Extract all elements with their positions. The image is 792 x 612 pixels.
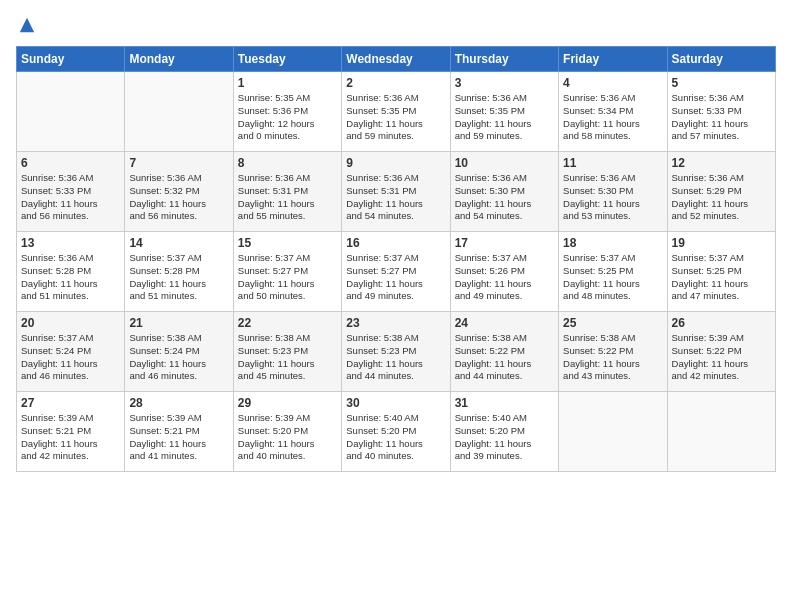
day-info: Sunrise: 5:39 AM Sunset: 5:22 PM Dayligh… (672, 332, 771, 383)
day-info: Sunrise: 5:37 AM Sunset: 5:25 PM Dayligh… (672, 252, 771, 303)
day-info: Sunrise: 5:36 AM Sunset: 5:33 PM Dayligh… (672, 92, 771, 143)
day-info: Sunrise: 5:39 AM Sunset: 5:20 PM Dayligh… (238, 412, 337, 463)
day-info: Sunrise: 5:36 AM Sunset: 5:35 PM Dayligh… (455, 92, 554, 143)
calendar-cell: 13Sunrise: 5:36 AM Sunset: 5:28 PM Dayli… (17, 232, 125, 312)
calendar-cell: 7Sunrise: 5:36 AM Sunset: 5:32 PM Daylig… (125, 152, 233, 232)
day-number: 28 (129, 396, 228, 410)
weekday-header-monday: Monday (125, 47, 233, 72)
day-info: Sunrise: 5:37 AM Sunset: 5:27 PM Dayligh… (238, 252, 337, 303)
day-info: Sunrise: 5:36 AM Sunset: 5:31 PM Dayligh… (346, 172, 445, 223)
day-info: Sunrise: 5:36 AM Sunset: 5:30 PM Dayligh… (563, 172, 662, 223)
day-number: 1 (238, 76, 337, 90)
day-number: 25 (563, 316, 662, 330)
logo-icon (18, 16, 36, 34)
day-info: Sunrise: 5:39 AM Sunset: 5:21 PM Dayligh… (21, 412, 120, 463)
day-info: Sunrise: 5:38 AM Sunset: 5:23 PM Dayligh… (346, 332, 445, 383)
day-number: 24 (455, 316, 554, 330)
day-number: 5 (672, 76, 771, 90)
day-number: 29 (238, 396, 337, 410)
day-info: Sunrise: 5:36 AM Sunset: 5:34 PM Dayligh… (563, 92, 662, 143)
week-row-1: 1Sunrise: 5:35 AM Sunset: 5:36 PM Daylig… (17, 72, 776, 152)
day-number: 16 (346, 236, 445, 250)
week-row-4: 20Sunrise: 5:37 AM Sunset: 5:24 PM Dayli… (17, 312, 776, 392)
calendar-cell: 27Sunrise: 5:39 AM Sunset: 5:21 PM Dayli… (17, 392, 125, 472)
svg-marker-0 (20, 18, 34, 32)
calendar-cell: 6Sunrise: 5:36 AM Sunset: 5:33 PM Daylig… (17, 152, 125, 232)
calendar-cell: 4Sunrise: 5:36 AM Sunset: 5:34 PM Daylig… (559, 72, 667, 152)
day-info: Sunrise: 5:35 AM Sunset: 5:36 PM Dayligh… (238, 92, 337, 143)
day-info: Sunrise: 5:36 AM Sunset: 5:33 PM Dayligh… (21, 172, 120, 223)
calendar-cell: 1Sunrise: 5:35 AM Sunset: 5:36 PM Daylig… (233, 72, 341, 152)
calendar-cell: 30Sunrise: 5:40 AM Sunset: 5:20 PM Dayli… (342, 392, 450, 472)
day-info: Sunrise: 5:38 AM Sunset: 5:24 PM Dayligh… (129, 332, 228, 383)
weekday-header-friday: Friday (559, 47, 667, 72)
day-info: Sunrise: 5:36 AM Sunset: 5:35 PM Dayligh… (346, 92, 445, 143)
day-number: 14 (129, 236, 228, 250)
day-number: 3 (455, 76, 554, 90)
calendar-cell (125, 72, 233, 152)
logo (16, 16, 36, 34)
week-row-5: 27Sunrise: 5:39 AM Sunset: 5:21 PM Dayli… (17, 392, 776, 472)
calendar-cell: 14Sunrise: 5:37 AM Sunset: 5:28 PM Dayli… (125, 232, 233, 312)
day-number: 17 (455, 236, 554, 250)
calendar-table: SundayMondayTuesdayWednesdayThursdayFrid… (16, 46, 776, 472)
day-info: Sunrise: 5:40 AM Sunset: 5:20 PM Dayligh… (455, 412, 554, 463)
day-info: Sunrise: 5:37 AM Sunset: 5:25 PM Dayligh… (563, 252, 662, 303)
calendar-cell: 9Sunrise: 5:36 AM Sunset: 5:31 PM Daylig… (342, 152, 450, 232)
calendar-cell (559, 392, 667, 472)
day-number: 9 (346, 156, 445, 170)
day-number: 26 (672, 316, 771, 330)
day-info: Sunrise: 5:40 AM Sunset: 5:20 PM Dayligh… (346, 412, 445, 463)
day-number: 2 (346, 76, 445, 90)
weekday-header-wednesday: Wednesday (342, 47, 450, 72)
calendar-cell: 21Sunrise: 5:38 AM Sunset: 5:24 PM Dayli… (125, 312, 233, 392)
week-row-2: 6Sunrise: 5:36 AM Sunset: 5:33 PM Daylig… (17, 152, 776, 232)
calendar-cell (667, 392, 775, 472)
day-number: 22 (238, 316, 337, 330)
weekday-header-sunday: Sunday (17, 47, 125, 72)
day-number: 11 (563, 156, 662, 170)
calendar-cell: 19Sunrise: 5:37 AM Sunset: 5:25 PM Dayli… (667, 232, 775, 312)
day-info: Sunrise: 5:36 AM Sunset: 5:30 PM Dayligh… (455, 172, 554, 223)
calendar-cell: 29Sunrise: 5:39 AM Sunset: 5:20 PM Dayli… (233, 392, 341, 472)
day-number: 6 (21, 156, 120, 170)
day-number: 10 (455, 156, 554, 170)
day-number: 15 (238, 236, 337, 250)
calendar-cell: 2Sunrise: 5:36 AM Sunset: 5:35 PM Daylig… (342, 72, 450, 152)
week-row-3: 13Sunrise: 5:36 AM Sunset: 5:28 PM Dayli… (17, 232, 776, 312)
calendar-cell: 5Sunrise: 5:36 AM Sunset: 5:33 PM Daylig… (667, 72, 775, 152)
calendar-cell (17, 72, 125, 152)
calendar-cell: 20Sunrise: 5:37 AM Sunset: 5:24 PM Dayli… (17, 312, 125, 392)
calendar-cell: 11Sunrise: 5:36 AM Sunset: 5:30 PM Dayli… (559, 152, 667, 232)
calendar-cell: 23Sunrise: 5:38 AM Sunset: 5:23 PM Dayli… (342, 312, 450, 392)
day-number: 23 (346, 316, 445, 330)
day-number: 21 (129, 316, 228, 330)
calendar-cell: 22Sunrise: 5:38 AM Sunset: 5:23 PM Dayli… (233, 312, 341, 392)
weekday-header-thursday: Thursday (450, 47, 558, 72)
day-number: 12 (672, 156, 771, 170)
day-number: 20 (21, 316, 120, 330)
page-header (16, 16, 776, 34)
day-info: Sunrise: 5:37 AM Sunset: 5:27 PM Dayligh… (346, 252, 445, 303)
calendar-cell: 17Sunrise: 5:37 AM Sunset: 5:26 PM Dayli… (450, 232, 558, 312)
calendar-cell: 26Sunrise: 5:39 AM Sunset: 5:22 PM Dayli… (667, 312, 775, 392)
day-info: Sunrise: 5:38 AM Sunset: 5:22 PM Dayligh… (455, 332, 554, 383)
day-info: Sunrise: 5:37 AM Sunset: 5:28 PM Dayligh… (129, 252, 228, 303)
calendar-cell: 28Sunrise: 5:39 AM Sunset: 5:21 PM Dayli… (125, 392, 233, 472)
calendar-cell: 25Sunrise: 5:38 AM Sunset: 5:22 PM Dayli… (559, 312, 667, 392)
calendar-cell: 8Sunrise: 5:36 AM Sunset: 5:31 PM Daylig… (233, 152, 341, 232)
day-info: Sunrise: 5:36 AM Sunset: 5:32 PM Dayligh… (129, 172, 228, 223)
weekday-header-saturday: Saturday (667, 47, 775, 72)
calendar-cell: 31Sunrise: 5:40 AM Sunset: 5:20 PM Dayli… (450, 392, 558, 472)
day-info: Sunrise: 5:37 AM Sunset: 5:26 PM Dayligh… (455, 252, 554, 303)
day-info: Sunrise: 5:36 AM Sunset: 5:28 PM Dayligh… (21, 252, 120, 303)
calendar-cell: 24Sunrise: 5:38 AM Sunset: 5:22 PM Dayli… (450, 312, 558, 392)
header-row: SundayMondayTuesdayWednesdayThursdayFrid… (17, 47, 776, 72)
day-number: 13 (21, 236, 120, 250)
day-info: Sunrise: 5:38 AM Sunset: 5:23 PM Dayligh… (238, 332, 337, 383)
calendar-cell: 3Sunrise: 5:36 AM Sunset: 5:35 PM Daylig… (450, 72, 558, 152)
day-info: Sunrise: 5:39 AM Sunset: 5:21 PM Dayligh… (129, 412, 228, 463)
day-info: Sunrise: 5:37 AM Sunset: 5:24 PM Dayligh… (21, 332, 120, 383)
calendar-cell: 15Sunrise: 5:37 AM Sunset: 5:27 PM Dayli… (233, 232, 341, 312)
day-number: 31 (455, 396, 554, 410)
